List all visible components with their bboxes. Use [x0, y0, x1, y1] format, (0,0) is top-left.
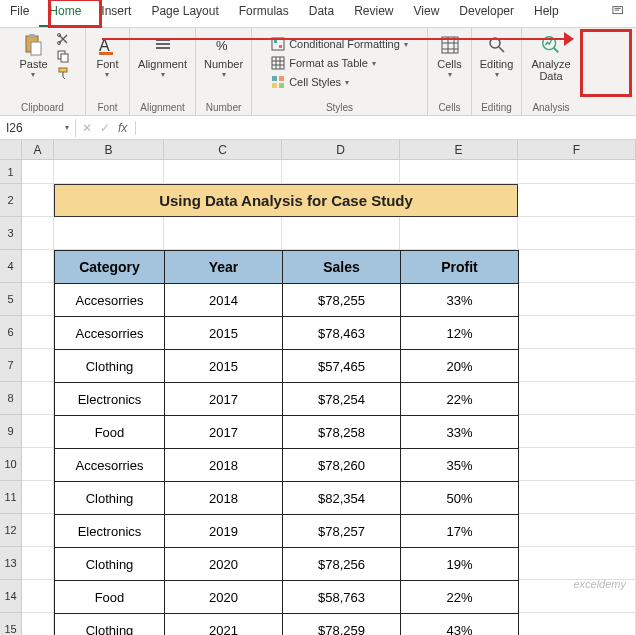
table-cell[interactable]: 2017 [165, 383, 283, 416]
copy-icon[interactable] [56, 49, 70, 63]
menu-home[interactable]: Home [39, 0, 91, 27]
format-as-table-button[interactable]: Format as Table ▾ [269, 55, 378, 71]
table-cell[interactable]: Clothing [55, 548, 165, 581]
share-icon[interactable] [602, 0, 636, 27]
table-cell[interactable]: $78,254 [283, 383, 401, 416]
row-header-4[interactable]: 4 [0, 250, 22, 283]
col-header-A[interactable]: A [22, 140, 54, 159]
cancel-formula-icon[interactable]: ✕ [82, 121, 92, 135]
row-header-10[interactable]: 10 [0, 448, 22, 481]
cells-button[interactable]: Cells ▾ [433, 32, 465, 81]
conditional-formatting-button[interactable]: Conditional Formatting ▾ [269, 36, 410, 52]
table-header[interactable]: Sales [283, 251, 401, 284]
font-button[interactable]: A Font ▾ [92, 32, 122, 81]
row-header-8[interactable]: 8 [0, 382, 22, 415]
table-cell[interactable]: 19% [401, 548, 519, 581]
table-cell[interactable]: 2020 [165, 581, 283, 614]
table-cell[interactable]: Clothing [55, 614, 165, 636]
table-cell[interactable]: $78,260 [283, 449, 401, 482]
table-cell[interactable]: Food [55, 581, 165, 614]
table-cell[interactable]: Accesorries [55, 317, 165, 350]
table-cell[interactable]: 35% [401, 449, 519, 482]
menu-view[interactable]: View [404, 0, 450, 27]
table-header[interactable]: Year [165, 251, 283, 284]
table-cell[interactable]: 2018 [165, 449, 283, 482]
table-cell[interactable]: Food [55, 416, 165, 449]
table-cell[interactable]: 2015 [165, 350, 283, 383]
format-painter-icon[interactable] [56, 66, 70, 80]
table-cell[interactable]: Electronics [55, 515, 165, 548]
table-cell[interactable]: $57,465 [283, 350, 401, 383]
col-header-E[interactable]: E [400, 140, 518, 159]
table-cell[interactable]: 2017 [165, 416, 283, 449]
table-cell[interactable]: $78,259 [283, 614, 401, 636]
row-header-5[interactable]: 5 [0, 283, 22, 316]
menu-file[interactable]: File [0, 0, 39, 27]
editing-button[interactable]: Editing ▾ [476, 32, 518, 81]
select-all-button[interactable] [0, 140, 22, 159]
row-header-3[interactable]: 3 [0, 217, 22, 250]
row-header-6[interactable]: 6 [0, 316, 22, 349]
table-cell[interactable]: 22% [401, 581, 519, 614]
name-box[interactable]: I26 ▾ [0, 119, 76, 137]
alignment-button[interactable]: Alignment ▾ [134, 32, 191, 81]
table-cell[interactable]: $78,257 [283, 515, 401, 548]
table-cell[interactable]: 2020 [165, 548, 283, 581]
table-cell[interactable]: $78,255 [283, 284, 401, 317]
row-header-7[interactable]: 7 [0, 349, 22, 382]
row-header-2[interactable]: 2 [0, 184, 22, 217]
table-cell[interactable]: 2015 [165, 317, 283, 350]
row-header-14[interactable]: 14 [0, 580, 22, 613]
table-cell[interactable]: 50% [401, 482, 519, 515]
table-cell[interactable]: Clothing [55, 482, 165, 515]
table-cell[interactable]: 20% [401, 350, 519, 383]
table-cell[interactable]: 2014 [165, 284, 283, 317]
row-header-12[interactable]: 12 [0, 514, 22, 547]
menu-data[interactable]: Data [299, 0, 344, 27]
table-cell[interactable]: 2018 [165, 482, 283, 515]
enter-formula-icon[interactable]: ✓ [100, 121, 110, 135]
cell-styles-button[interactable]: Cell Styles ▾ [269, 74, 351, 90]
menu-review[interactable]: Review [344, 0, 403, 27]
table-cell[interactable]: 2021 [165, 614, 283, 636]
col-header-D[interactable]: D [282, 140, 400, 159]
menu-developer[interactable]: Developer [449, 0, 524, 27]
cut-icon[interactable] [56, 32, 70, 46]
number-button[interactable]: % Number ▾ [200, 32, 247, 81]
table-cell[interactable]: 33% [401, 416, 519, 449]
menu-help[interactable]: Help [524, 0, 569, 27]
menu-insert[interactable]: Insert [91, 0, 141, 27]
table-cell[interactable]: Clothing [55, 350, 165, 383]
table-cell[interactable]: 43% [401, 614, 519, 636]
col-header-B[interactable]: B [54, 140, 164, 159]
table-cell[interactable]: 12% [401, 317, 519, 350]
menu-formulas[interactable]: Formulas [229, 0, 299, 27]
row-header-9[interactable]: 9 [0, 415, 22, 448]
fx-icon[interactable]: fx [118, 121, 127, 135]
table-cell[interactable]: Electronics [55, 383, 165, 416]
table-cell[interactable]: $78,256 [283, 548, 401, 581]
row-header-15[interactable]: 15 [0, 613, 22, 635]
table-cell[interactable]: $58,763 [283, 581, 401, 614]
table-cell[interactable]: 2019 [165, 515, 283, 548]
table-cell[interactable]: 17% [401, 515, 519, 548]
paste-button[interactable]: Paste ▾ [15, 32, 51, 81]
col-header-C[interactable]: C [164, 140, 282, 159]
cells-area[interactable]: Using Data Analysis for Case Study Categ… [22, 160, 636, 635]
table-header[interactable]: Profit [401, 251, 519, 284]
table-cell[interactable]: $78,258 [283, 416, 401, 449]
table-cell[interactable]: $78,463 [283, 317, 401, 350]
analyze-data-button[interactable]: Analyze Data [527, 32, 574, 84]
menu-page-layout[interactable]: Page Layout [141, 0, 228, 27]
table-cell[interactable]: Accesorries [55, 449, 165, 482]
formula-input[interactable] [146, 121, 546, 135]
row-header-13[interactable]: 13 [0, 547, 22, 580]
col-header-F[interactable]: F [518, 140, 636, 159]
table-header[interactable]: Category [55, 251, 165, 284]
table-cell[interactable]: 22% [401, 383, 519, 416]
row-header-11[interactable]: 11 [0, 481, 22, 514]
table-cell[interactable]: Accesorries [55, 284, 165, 317]
table-cell[interactable]: $82,354 [283, 482, 401, 515]
table-cell[interactable]: 33% [401, 284, 519, 317]
row-header-1[interactable]: 1 [0, 160, 22, 184]
